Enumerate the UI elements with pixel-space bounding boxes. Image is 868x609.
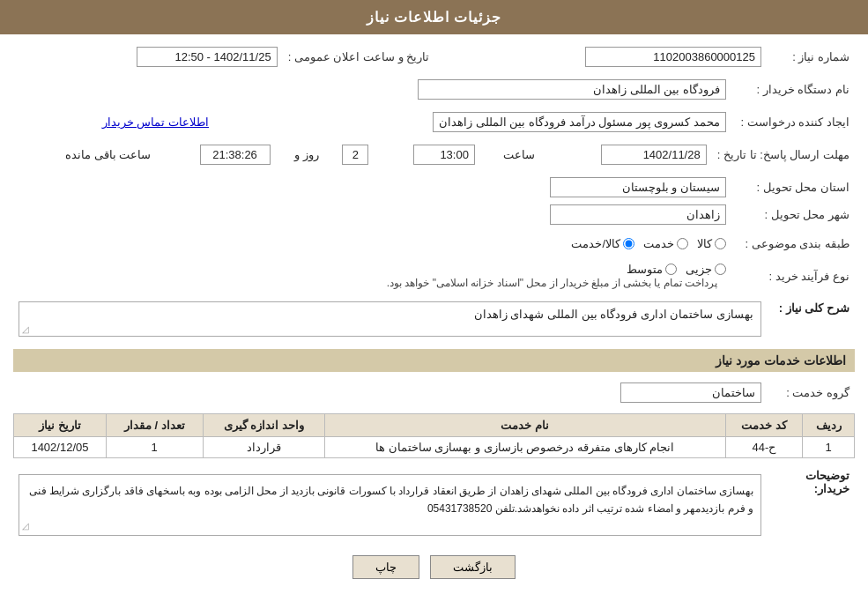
col-vahed: واحد اندازه گیری — [203, 414, 324, 437]
shahr-input: زاهدان — [550, 204, 726, 225]
saat-label: ساعت — [503, 148, 535, 161]
shahr-label: شهر محل تحویل : — [731, 201, 855, 228]
radio-khadamat-label: خدمت — [643, 237, 674, 250]
radio-kala-khadamat-label: کالا/خدمت — [571, 237, 620, 250]
bazgasht-button[interactable]: بازگشت — [430, 555, 516, 579]
mohlat-saat-input: 13:00 — [413, 145, 475, 165]
groupKhadamat-value: ساختمان — [13, 379, 767, 406]
namDastgah-label: نام دستگاه خریدار : — [731, 76, 855, 103]
tozihat-value: بهسازی ساختمان اداری فرودگاه بین المللی … — [13, 465, 767, 545]
shomareNiaz-label: شماره نیاز : — [767, 43, 855, 71]
tabaqe-label: طبقه بندی موضوعی : — [731, 234, 855, 254]
sharhKolli-value: بهسازی ساختمان اداری فرودگاه بین المللی … — [13, 298, 767, 340]
page-header: جزئیات اطلاعات نیاز — [0, 0, 868, 34]
mohlat-date: 1402/11/28 — [538, 141, 712, 168]
info-table-group: گروه خدمت : ساختمان — [13, 379, 855, 406]
col-radif: ردیف — [803, 414, 855, 437]
cell-kod: ح-44 — [725, 437, 803, 458]
info-table-mohlat: مهلت ارسال پاسخ: تا تاریخ : 1402/11/28 س… — [13, 141, 855, 168]
ostan-value: سیستان و بلوچستان — [13, 174, 731, 201]
countdown-input: 21:38:26 — [200, 145, 271, 165]
col-kod: کد خدمت — [725, 414, 803, 437]
page-title: جزئیات اطلاعات نیاز — [367, 10, 502, 25]
baqi-label: ساعت باقی مانده — [65, 148, 151, 161]
radio-khadamat-input[interactable] — [677, 238, 688, 249]
info-table-sharh: شرح کلی نیاز : بهسازی ساختمان اداری فرود… — [13, 298, 855, 340]
cell-vahed: قرارداد — [203, 437, 324, 458]
radio-motavasse-input[interactable] — [665, 264, 677, 275]
taarikheElan-label: تاریخ و ساعت اعلان عمومی : — [283, 43, 435, 71]
cell-tarikh: 1402/12/05 — [14, 437, 107, 458]
services-table: ردیف کد خدمت نام خدمت واحد اندازه گیری ت… — [13, 413, 855, 458]
shahr-value: زاهدان — [13, 201, 731, 228]
radio-kala-input[interactable] — [715, 238, 726, 249]
mohlatLabel: مهلت ارسال پاسخ: تا تاریخ : — [712, 141, 855, 168]
buttons-row: بازگشت چاپ — [13, 555, 855, 579]
radio-kala-khadamat-input[interactable] — [623, 238, 634, 249]
cell-radif: 1 — [803, 437, 855, 458]
ettelatTamas-link[interactable]: اطلاعات تماس خریدار — [102, 115, 209, 129]
groupKhadamat-input: ساختمان — [620, 382, 761, 403]
radio-motavasse: متوسط — [627, 263, 677, 276]
tozihat-text: بهسازی ساختمان اداری فرودگاه بین المللی … — [29, 485, 753, 515]
content-area: شماره نیاز : 1102003860000125 تاریخ و سا… — [0, 34, 868, 595]
col-tarikh: تاریخ نیاز — [14, 414, 107, 437]
tabaqe-radio-group: کالا خدمت کالا/خدمت — [19, 237, 726, 250]
table-watermark-container: ردیف کد خدمت نام خدمت واحد اندازه گیری ت… — [13, 413, 855, 458]
cell-nam: انجام کارهای متفرقه درخصوص بازسازی و بهس… — [324, 437, 725, 458]
cell-tedad: 1 — [106, 437, 203, 458]
namDastgah-input: فرودگاه بین المللی زاهدان — [418, 79, 726, 100]
radio-kala-label: کالا — [697, 237, 712, 250]
services-table-body: 1 ح-44 انجام کارهای متفرقه درخصوص بازساز… — [14, 437, 855, 458]
taarikheElan-value: 1402/11/25 - 12:50 — [13, 43, 283, 71]
namDastgah-value: فرودگاه بین المللی زاهدان — [36, 76, 731, 103]
radio-jozi: جزیی — [686, 263, 726, 276]
ostan-input: سیستان و بلوچستان — [550, 177, 726, 197]
sharhKolli-box: بهسازی ساختمان اداری فرودگاه بین المللی … — [19, 301, 761, 337]
noeFarayand-options: جزیی متوسط پرداخت تمام یا بخشی از مبلغ خ… — [13, 259, 731, 293]
mohlat-date-input: 1402/11/28 — [601, 145, 707, 165]
radio-jozi-input[interactable] — [715, 264, 726, 275]
services-section-title: اطلاعات خدمات مورد نیاز — [13, 349, 855, 372]
services-table-header: ردیف کد خدمت نام خدمت واحد اندازه گیری ت… — [14, 414, 855, 437]
info-table-tozihat: توضیحات خریدار: بهسازی ساختمان اداری فرو… — [13, 465, 855, 545]
col-tedad: تعداد / مقدار — [106, 414, 203, 437]
info-table-dastgah: نام دستگاه خریدار : فرودگاه بین المللی ز… — [13, 76, 855, 103]
rooz-label: روز و — [294, 148, 319, 161]
radio-kala: کالا — [697, 237, 726, 250]
info-table-top: شماره نیاز : 1102003860000125 تاریخ و سا… — [13, 43, 855, 71]
radio-jozi-label: جزیی — [686, 263, 712, 276]
col-nam: نام خدمت — [324, 414, 725, 437]
radio-khadamat: خدمت — [643, 237, 688, 250]
ostan-label: استان محل تحویل : — [731, 174, 855, 201]
groupKhadamat-label: گروه خدمت : — [767, 379, 855, 406]
ijadKonande-value: محمد کسروی پور مسئول درآمد فرودگاه بین ا… — [218, 108, 731, 136]
tozihat-label: توضیحات خریدار: — [767, 465, 855, 545]
tabaqe-options: کالا خدمت کالا/خدمت — [13, 234, 731, 254]
shomareNiaz-value: 1102003860000125 — [434, 43, 767, 71]
radio-motavasse-label: متوسط — [627, 263, 663, 276]
taarikheElan-input: 1402/11/25 - 12:50 — [137, 47, 278, 67]
info-table-ostan: استان محل تحویل : سیستان و بلوچستان شهر … — [13, 174, 855, 228]
sharhKolli-text: بهسازی ساختمان اداری فرودگاه بین المللی … — [474, 308, 753, 321]
radio-kala-khadamat: کالا/خدمت — [571, 237, 634, 250]
chap-button[interactable]: چاپ — [352, 555, 419, 579]
noe-description: پرداخت تمام یا بخشی از مبلغ خریدار از مح… — [387, 277, 717, 289]
noeFarayand-label: نوع فرآیند خرید : — [731, 259, 855, 293]
info-table-tabaqe: طبقه بندی موضوعی : کالا خدمت — [13, 234, 855, 254]
sharhKolli-label: شرح کلی نیاز : — [767, 298, 855, 340]
table-row: 1 ح-44 انجام کارهای متفرقه درخصوص بازساز… — [14, 437, 855, 458]
ijadKonande-label: ایجاد کننده درخواست : — [731, 108, 855, 136]
info-table-ijad: ایجاد کننده درخواست : محمد کسروی پور مسئ… — [13, 108, 855, 136]
noe-radio-group: جزیی متوسط — [19, 263, 726, 276]
mohlat-rooz-input: 2 — [342, 145, 368, 165]
info-table-noe: نوع فرآیند خرید : جزیی متوسط پرداخت تمام… — [13, 259, 855, 293]
shomareNiaz-input: 1102003860000125 — [585, 47, 761, 67]
ijadKonande-input: محمد کسروی پور مسئول درآمد فرودگاه بین ا… — [433, 112, 726, 132]
tozihat-box: بهسازی ساختمان اداری فرودگاه بین المللی … — [19, 474, 761, 536]
page-wrapper: جزئیات اطلاعات نیاز شماره نیاز : 1102003… — [0, 0, 868, 609]
